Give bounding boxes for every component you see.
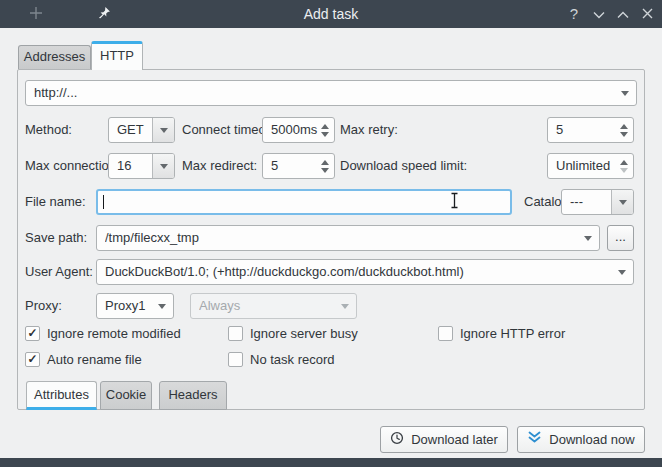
close-button[interactable] — [635, 0, 659, 28]
spin-up-icon — [321, 124, 329, 129]
download-speed-limit-label: Download speed limit: — [340, 153, 467, 179]
connect-timeout-value: 5000ms — [271, 118, 318, 142]
shade-up-button[interactable] — [611, 0, 635, 28]
spin-arrows[interactable] — [316, 118, 334, 142]
checkbox-ignore-http-error[interactable]: Ignore HTTP error — [438, 324, 565, 342]
tab-http[interactable]: HTTP — [91, 41, 143, 70]
user-agent-combobox[interactable]: DuckDuckBot/1.0; (+http://duckduckgo.com… — [96, 259, 634, 285]
max-redirect-label: Max redirect: — [182, 153, 257, 179]
max-retry-value: 5 — [556, 118, 617, 142]
connect-timeout-spinbox[interactable]: 5000ms — [262, 117, 335, 143]
chevron-down-icon — [584, 236, 592, 241]
tab-headers[interactable]: Headers — [159, 381, 227, 410]
checkbox-label: No task record — [250, 352, 335, 367]
download-later-button[interactable]: Download later — [380, 426, 508, 453]
tab-addresses[interactable]: Addresses — [18, 45, 91, 69]
checkbox-ignore-remote-modified[interactable]: ✓ Ignore remote modified — [25, 324, 181, 342]
spin-up-icon — [620, 160, 628, 165]
chevron-down-icon — [160, 128, 168, 133]
close-icon — [642, 7, 653, 22]
method-label: Method: — [25, 117, 72, 143]
spin-arrows[interactable] — [316, 154, 334, 178]
url-combobox[interactable]: http://... — [25, 80, 637, 106]
max-connections-combobox[interactable]: 16 — [108, 153, 175, 179]
chevron-up-icon — [617, 7, 629, 22]
checkbox-label: Ignore HTTP error — [460, 326, 565, 341]
spin-down-icon — [321, 168, 329, 173]
check-icon: ✓ — [27, 327, 37, 339]
help-button[interactable]: ? — [562, 0, 586, 28]
checkbox-box: ✓ — [25, 352, 40, 367]
clock-icon — [390, 431, 404, 448]
checkbox-box — [228, 352, 243, 367]
combobox-dropdown[interactable] — [152, 118, 174, 142]
chevron-down-icon — [160, 164, 168, 169]
save-path-label: Save path: — [25, 225, 87, 251]
combobox-dropdown[interactable] — [611, 190, 633, 214]
spin-up-icon — [620, 124, 628, 129]
bottom-window-strip — [0, 458, 662, 467]
method-combobox[interactable]: GET — [108, 117, 175, 143]
url-value: http://... — [34, 81, 620, 105]
max-retry-spinbox[interactable]: 5 — [547, 117, 634, 143]
spin-down-icon — [620, 132, 628, 137]
checkbox-no-task-record[interactable]: No task record — [228, 350, 335, 368]
user-agent-label: User Agent: — [25, 259, 93, 285]
file-name-value — [106, 191, 494, 213]
download-now-button[interactable]: Download now — [517, 426, 645, 453]
chevron-down-icon — [619, 200, 627, 205]
spin-down-icon — [620, 168, 628, 173]
checkbox-label: Ignore server busy — [250, 326, 358, 341]
checkbox-ignore-server-busy[interactable]: Ignore server busy — [228, 324, 358, 342]
max-retry-label: Max retry: — [340, 117, 398, 143]
help-icon: ? — [570, 0, 578, 28]
spin-arrows[interactable] — [615, 118, 633, 142]
catalog-value: --- — [570, 190, 617, 214]
file-name-label: File name: — [25, 189, 86, 215]
proxy-combobox[interactable]: Proxy1 — [96, 293, 174, 319]
catalog-combobox[interactable]: --- — [561, 189, 634, 215]
chevron-down-icon — [593, 7, 605, 22]
spin-down-icon — [321, 132, 329, 137]
tab-cookie[interactable]: Cookie — [100, 381, 152, 410]
spin-up-icon — [321, 160, 329, 165]
browse-button[interactable]: ... — [607, 225, 634, 251]
save-path-combobox[interactable]: /tmp/filecxx_tmp — [96, 225, 600, 251]
mouse-cursor-ibeam — [450, 192, 459, 212]
double-chevron-down-icon — [527, 431, 542, 448]
checkbox-label: Ignore remote modified — [47, 326, 181, 341]
chevron-down-icon — [341, 304, 349, 309]
proxy-mode-combobox: Always — [190, 293, 357, 319]
max-redirect-spinbox[interactable]: 5 — [262, 153, 335, 179]
checkbox-box — [228, 326, 243, 341]
save-path-value: /tmp/filecxx_tmp — [105, 226, 583, 250]
spin-arrows[interactable] — [615, 154, 633, 178]
checkbox-auto-rename-file[interactable]: ✓ Auto rename file — [25, 350, 142, 368]
text-caret — [103, 195, 104, 209]
download-speed-limit-value: Unlimited — [556, 154, 617, 178]
download-speed-limit-spinbox[interactable]: Unlimited — [547, 153, 634, 179]
tab-attributes[interactable]: Attributes — [26, 381, 97, 410]
checkbox-label: Auto rename file — [47, 352, 142, 367]
add-task-dialog: Add task ? Addresses HTTP http://... Met… — [0, 0, 662, 467]
download-later-label: Download later — [411, 432, 498, 447]
combobox-dropdown[interactable] — [152, 154, 174, 178]
chevron-down-icon — [618, 270, 626, 275]
proxy-value: Proxy1 — [105, 294, 157, 318]
checkbox-box — [438, 326, 453, 341]
user-agent-value: DuckDuckBot/1.0; (+http://duckduckgo.com… — [105, 260, 617, 284]
chevron-down-icon — [158, 304, 166, 309]
check-icon: ✓ — [27, 353, 37, 365]
titlebar: Add task ? — [0, 0, 662, 28]
checkbox-box: ✓ — [25, 326, 40, 341]
download-now-label: Download now — [549, 432, 634, 447]
proxy-label: Proxy: — [25, 293, 62, 319]
shade-down-button[interactable] — [587, 0, 611, 28]
chevron-down-icon — [621, 91, 629, 96]
proxy-mode-value: Always — [199, 294, 340, 318]
max-redirect-value: 5 — [271, 154, 318, 178]
